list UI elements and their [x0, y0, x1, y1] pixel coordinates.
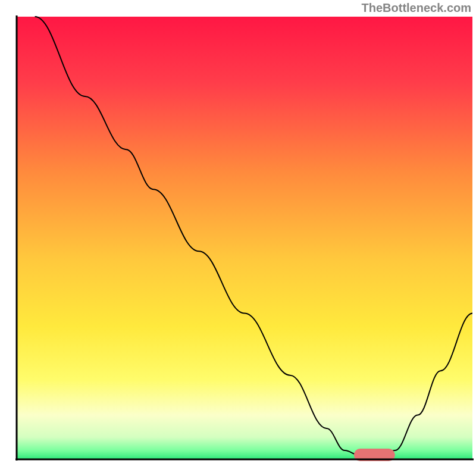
bottleneck-chart: TheBottleneck.com [0, 0, 476, 476]
gradient-background [17, 17, 472, 459]
chart-svg [0, 0, 476, 476]
plot-area [15, 15, 474, 461]
watermark-text: TheBottleneck.com [362, 1, 471, 15]
